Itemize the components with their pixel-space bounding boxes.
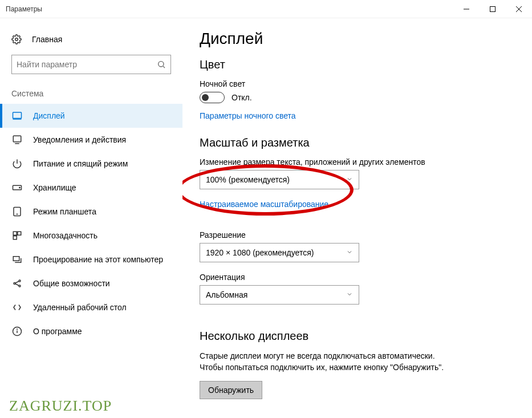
page-title: Дисплей xyxy=(200,30,515,48)
sidebar-item-label: Удаленный рабочий стол xyxy=(33,303,127,312)
svg-rect-7 xyxy=(13,112,22,119)
sidebar-item-power[interactable]: Питание и спящий режим xyxy=(0,152,182,176)
svg-point-4 xyxy=(15,38,18,41)
shared-icon xyxy=(11,278,23,289)
svg-line-6 xyxy=(163,66,165,68)
sidebar-item-projecting[interactable]: Проецирование на этот компьютер xyxy=(0,247,182,271)
svg-line-24 xyxy=(15,284,19,286)
svg-point-27 xyxy=(17,329,18,330)
chevron-down-icon xyxy=(346,248,353,257)
scale-heading: Масштаб и разметка xyxy=(200,136,515,149)
content-pane: Дисплей Цвет Ночной свет Откл. Параметры… xyxy=(182,18,532,418)
svg-line-23 xyxy=(15,281,19,283)
chevron-down-icon xyxy=(346,175,353,184)
sidebar-item-shared[interactable]: Общие возможности xyxy=(0,271,182,295)
multi-displays-desc: Старые дисплеи могут не всегда подключат… xyxy=(200,351,450,373)
night-light-settings-link[interactable]: Параметры ночного света xyxy=(200,111,296,120)
project-icon xyxy=(11,254,23,265)
svg-rect-19 xyxy=(13,257,19,261)
search-input-container[interactable] xyxy=(11,55,171,74)
scale-dropdown-value: 100% (рекомендуется) xyxy=(206,175,290,184)
svg-rect-17 xyxy=(18,232,21,235)
titlebar: Параметры xyxy=(0,0,532,18)
sidebar-item-about[interactable]: О программе xyxy=(0,319,182,343)
svg-rect-9 xyxy=(13,136,21,142)
sidebar-item-label: Хранилище xyxy=(33,183,76,192)
sidebar-item-storage[interactable]: Хранилище xyxy=(0,176,182,200)
maximize-button[interactable] xyxy=(480,0,506,18)
watermark: ZAGRUZI.TOP xyxy=(9,397,112,415)
sidebar-item-remote[interactable]: Удаленный рабочий стол xyxy=(0,295,182,319)
sidebar-item-tablet[interactable]: Режим планшета xyxy=(0,200,182,224)
svg-point-22 xyxy=(19,285,21,287)
storage-icon xyxy=(11,182,23,193)
svg-rect-18 xyxy=(13,236,17,240)
group-header-system: Система xyxy=(0,86,182,104)
scale-label: Изменение размера текста, приложений и д… xyxy=(200,157,515,167)
color-heading: Цвет xyxy=(200,58,515,71)
svg-point-21 xyxy=(19,280,21,282)
resolution-dropdown-value: 1920 × 1080 (рекомендуется) xyxy=(206,248,314,257)
svg-point-5 xyxy=(159,62,164,67)
power-icon xyxy=(11,159,23,169)
scale-dropdown[interactable]: 100% (рекомендуется) xyxy=(200,170,359,189)
multi-displays-heading: Несколько дисплеев xyxy=(200,330,515,343)
night-light-label: Ночной свет xyxy=(200,79,515,88)
notification-icon xyxy=(11,135,23,145)
sidebar-item-label: Питание и спящий режим xyxy=(33,159,128,168)
monitor-icon xyxy=(11,111,23,121)
chevron-down-icon xyxy=(346,290,353,299)
tablet-icon xyxy=(11,206,23,217)
home-button[interactable]: Главная xyxy=(0,30,182,49)
minimize-button[interactable] xyxy=(453,0,480,18)
resolution-label: Разрешение xyxy=(200,230,515,240)
home-label: Главная xyxy=(32,35,62,44)
sidebar-item-multitasking[interactable]: Многозадачность xyxy=(0,224,182,247)
sidebar-item-label: Общие возможности xyxy=(33,279,110,288)
sidebar-item-label: Проецирование на этот компьютер xyxy=(33,255,163,264)
search-icon xyxy=(157,60,166,69)
sidebar: Главная Система Дисплей Уведомления и де… xyxy=(0,18,182,418)
multitasking-icon xyxy=(11,230,23,241)
svg-rect-1 xyxy=(490,6,496,11)
close-button[interactable] xyxy=(506,0,532,18)
orientation-dropdown-value: Альбомная xyxy=(206,290,247,299)
sidebar-item-notifications[interactable]: Уведомления и действия xyxy=(0,128,182,152)
sidebar-item-label: Дисплей xyxy=(33,111,65,120)
svg-point-20 xyxy=(14,283,15,285)
sidebar-item-label: Режим планшета xyxy=(33,207,96,216)
svg-point-13 xyxy=(19,187,21,188)
orientation-label: Ориентация xyxy=(200,273,515,282)
window-title: Параметры xyxy=(6,5,42,13)
custom-scaling-link[interactable]: Настраиваемое масштабирование xyxy=(200,200,328,209)
remote-icon xyxy=(11,302,23,313)
sidebar-item-label: Уведомления и действия xyxy=(33,135,126,144)
svg-rect-16 xyxy=(13,232,17,235)
sidebar-item-display[interactable]: Дисплей xyxy=(0,104,182,128)
resolution-dropdown[interactable]: 1920 × 1080 (рекомендуется) xyxy=(200,243,359,262)
search-input[interactable] xyxy=(17,60,157,69)
night-light-toggle[interactable] xyxy=(200,92,225,103)
sidebar-item-label: Многозадачность xyxy=(33,231,98,240)
info-icon xyxy=(11,326,23,336)
sidebar-item-label: О программе xyxy=(33,327,82,336)
detect-button[interactable]: Обнаружить xyxy=(200,381,262,399)
night-light-state: Откл. xyxy=(232,93,252,102)
orientation-dropdown[interactable]: Альбомная xyxy=(200,285,359,305)
gear-icon xyxy=(11,34,22,44)
